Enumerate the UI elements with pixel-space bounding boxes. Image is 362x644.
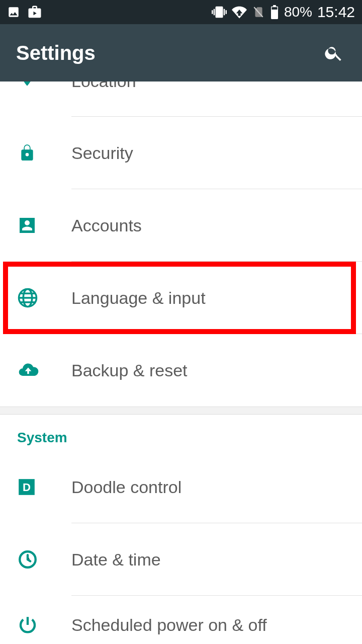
account-icon [17,215,37,235]
settings-item-language[interactable]: Language & input [0,262,362,334]
settings-item-scheduled-power[interactable]: Scheduled power on & off [0,596,362,636]
wifi-icon [232,5,247,20]
cloud-upload-icon [17,359,39,381]
section-header-system: System [0,415,362,451]
play-store-icon [27,5,42,20]
svg-text:D: D [23,481,31,494]
settings-item-datetime[interactable]: Date & time [0,523,362,596]
doodle-icon: D [17,477,36,497]
no-sim-icon [252,6,265,19]
status-bar: 80% 15:42 [0,0,362,24]
settings-list: Location Security Accounts Language & in… [0,82,362,644]
clock: 15:42 [317,4,355,21]
power-icon [17,615,38,635]
settings-item-label: Scheduled power on & off [71,615,267,635]
battery-icon [270,5,279,19]
clock-icon [17,549,38,570]
location-icon [17,82,37,88]
settings-item-label: Backup & reset [71,361,188,380]
battery-percentage: 80% [284,4,312,20]
image-icon [7,6,20,19]
settings-item-label: Security [71,143,133,163]
globe-icon [17,287,38,308]
svg-rect-0 [272,7,277,10]
settings-item-security[interactable]: Security [0,117,362,189]
section-gap [0,407,362,415]
settings-item-label: Accounts [71,216,142,235]
settings-item-label: Language & input [71,288,206,308]
divider [71,595,362,596]
page-title: Settings [16,42,322,64]
vibrate-icon [212,5,227,20]
settings-item-accounts[interactable]: Accounts [0,189,362,262]
settings-item-location[interactable]: Location [0,82,362,117]
settings-item-label: Date & time [71,550,161,570]
search-icon [324,43,344,63]
settings-item-label: Location [71,82,136,91]
search-button[interactable] [322,41,346,65]
settings-item-label: Doodle control [71,477,182,497]
settings-item-backup[interactable]: Backup & reset [0,334,362,407]
settings-item-doodle[interactable]: D Doodle control [0,451,362,523]
status-right: 80% 15:42 [212,4,355,21]
app-bar: Settings [0,24,362,82]
status-left [7,5,42,20]
lock-icon [17,143,37,163]
